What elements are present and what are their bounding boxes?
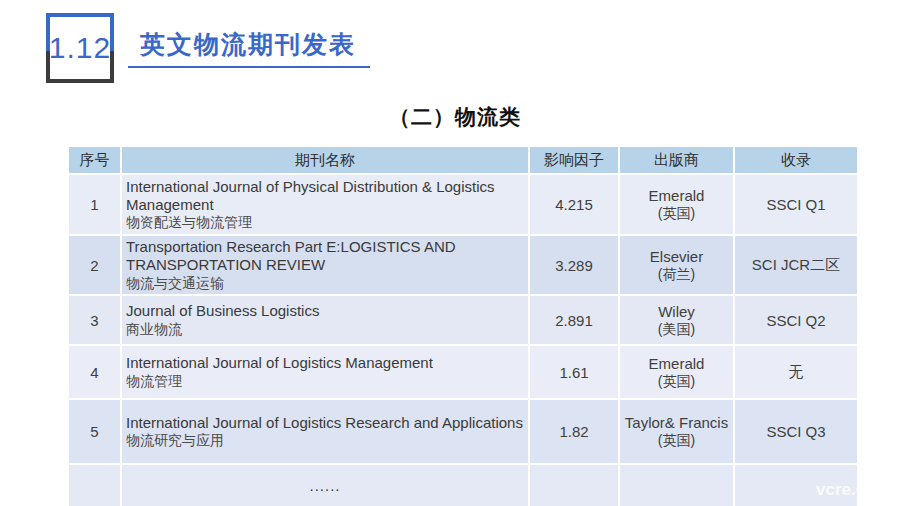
impact-factor: 1.82 (529, 399, 619, 464)
publisher-name: Wiley (624, 303, 729, 321)
publisher-name: Elsevier (624, 248, 729, 266)
row-no: 2 (68, 235, 121, 295)
title-underline (128, 66, 370, 68)
publisher-name: Taylor& Francis (624, 414, 729, 432)
table-row: 3 Journal of Business Logistics 商业物流 2.8… (68, 295, 858, 345)
impact-factor: 1.61 (529, 345, 619, 399)
publisher-country: (荷兰) (624, 266, 729, 283)
publisher-cell: Emerald (英国) (619, 174, 734, 235)
journal-name-cn: 物流管理 (126, 373, 524, 390)
header-journal-name: 期刊名称 (121, 146, 529, 174)
publisher-name: Emerald (624, 355, 729, 373)
journal-name-cell: Transportation Research Part E:LOGISTICS… (121, 235, 529, 295)
journal-name-en: Transportation Research Part E:LOGISTICS… (126, 238, 524, 275)
table-row-ellipsis: ...... (68, 464, 858, 506)
watermark: vcre.com (816, 480, 891, 500)
journal-name-cell: Journal of Business Logistics 商业物流 (121, 295, 529, 345)
table-row: 5 International Journal of Logistics Res… (68, 399, 858, 464)
publisher-cell: Wiley (美国) (619, 295, 734, 345)
publisher-cell: Elsevier (荷兰) (619, 235, 734, 295)
journal-name-cn: 物流研究与应用 (126, 432, 524, 449)
journal-name-en: International Journal of Physical Distri… (126, 178, 524, 215)
table-row: 4 International Journal of Logistics Man… (68, 345, 858, 399)
slide: 1.12 英文物流期刊发表 （二）物流类 序号 期刊名称 影响因子 出版商 收录… (0, 0, 900, 506)
journal-name-en: International Journal of Logistics Manag… (126, 354, 524, 372)
journal-name-cn: 物资配送与物流管理 (126, 214, 524, 231)
impact-factor: 2.891 (529, 295, 619, 345)
empty-cell (619, 464, 734, 506)
page-title: 英文物流期刊发表 (140, 28, 356, 61)
publisher-name: Emerald (624, 187, 729, 205)
row-no: 3 (68, 295, 121, 345)
journal-name-cell: International Journal of Logistics Manag… (121, 345, 529, 399)
row-no: 1 (68, 174, 121, 235)
header-publisher: 出版商 (619, 146, 734, 174)
section-number-badge-inner: 1.12 (50, 17, 110, 79)
indexing: SCI JCR二区 (734, 235, 858, 295)
header-indexing: 收录 (734, 146, 858, 174)
impact-factor: 4.215 (529, 174, 619, 235)
journal-name-cn: 物流与交通运输 (126, 275, 524, 292)
indexing: 无 (734, 345, 858, 399)
section-number: 1.12 (49, 31, 111, 65)
ellipsis-cell: ...... (121, 464, 529, 506)
header-impact-factor: 影响因子 (529, 146, 619, 174)
row-no-empty (68, 464, 121, 506)
table-row: 2 Transportation Research Part E:LOGISTI… (68, 235, 858, 295)
publisher-cell: Emerald (英国) (619, 345, 734, 399)
table-header-row: 序号 期刊名称 影响因子 出版商 收录 (68, 146, 858, 174)
journal-name-cell: International Journal of Physical Distri… (121, 174, 529, 235)
journal-name-en: International Journal of Logistics Resea… (126, 414, 524, 432)
journal-name-en: Journal of Business Logistics (126, 302, 524, 320)
indexing: SSCI Q2 (734, 295, 858, 345)
row-no: 5 (68, 399, 121, 464)
header-no: 序号 (68, 146, 121, 174)
empty-cell (529, 464, 619, 506)
indexing: SSCI Q3 (734, 399, 858, 464)
journal-name-cell: International Journal of Logistics Resea… (121, 399, 529, 464)
section-number-badge: 1.12 (46, 13, 114, 83)
indexing: SSCI Q1 (734, 174, 858, 235)
publisher-cell: Taylor& Francis (英国) (619, 399, 734, 464)
impact-factor: 3.289 (529, 235, 619, 295)
publisher-country: (英国) (624, 373, 729, 390)
publisher-country: (英国) (624, 205, 729, 222)
journals-table: 序号 期刊名称 影响因子 出版商 收录 1 International Jour… (67, 145, 859, 506)
table-row: 1 International Journal of Physical Dist… (68, 174, 858, 235)
publisher-country: (英国) (624, 432, 729, 449)
page-subtitle: （二）物流类 (0, 103, 900, 131)
publisher-country: (美国) (624, 321, 729, 338)
row-no: 4 (68, 345, 121, 399)
journal-name-cn: 商业物流 (126, 321, 524, 338)
